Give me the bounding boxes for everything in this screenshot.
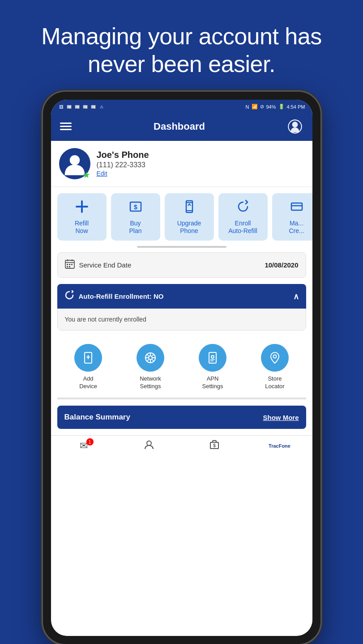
buy-plan-label: BuyPlan [129,220,141,235]
refill-icon [75,199,89,216]
enroll-auto-refill-button[interactable]: EnrollAuto-Refill [218,193,268,241]
manage-credit-button[interactable]: Ma...Cre... [272,193,312,241]
bottom-nav: ✉ 1 $ [51,435,312,455]
hamburger-line3 [60,129,72,130]
status-bar: 🖼 📰 📰 📰 📰 ⚠ N 📶 ⊘ 94% 🔋 4:54 PM [51,100,312,114]
apn-settings-label: APNSettings [202,375,223,390]
network-settings-button[interactable]: NetworkSettings [137,344,164,390]
add-device-icon [74,344,102,372]
show-more-button[interactable]: Show More [263,414,299,421]
scroll-bar [137,246,226,248]
store-locator-label: StoreLocator [265,375,284,390]
store-locator-icon [261,344,289,372]
icon-news3: 📰 [82,104,89,109]
apn-settings-icon [199,344,226,372]
auto-refill-section: Auto-Refill Enrollment: NO ∧ You are not… [57,284,306,330]
enroll-icon [236,199,250,216]
svg-text:$: $ [134,203,137,211]
icon-image: 🖼 [58,104,64,109]
upgrade-phone-button[interactable]: UpgradePhone [165,193,214,241]
icon-news1: 📰 [66,104,73,109]
svg-point-39 [147,441,151,445]
store-locator-button[interactable]: StoreLocator [261,344,289,390]
tracfone-logo: TracFone [269,443,290,449]
buy-plan-icon: $ [128,199,143,216]
sed-left: Service End Date [65,259,132,271]
nav-tracfone[interactable]: TracFone [266,443,293,449]
actions-row: RefillNow $ BuyPlan [51,187,312,245]
svg-line-30 [147,354,149,356]
service-end-date-value: 10/08/2020 [265,261,298,269]
svg-rect-19 [67,266,68,267]
buy-plan-button[interactable]: $ BuyPlan [111,193,160,241]
svg-rect-18 [71,264,73,265]
hamburger-line1 [60,123,72,124]
upgrade-phone-icon [182,199,196,216]
svg-point-2 [69,155,79,165]
svg-point-35 [211,356,214,358]
support-button[interactable] [287,119,303,135]
icon-warning: ⚠ [98,104,105,109]
svg-text:$: $ [213,443,216,448]
wifi-icon: 📶 [252,104,258,110]
balance-summary-card: Balance Summary Show More [57,406,306,429]
account-icon [144,439,154,453]
svg-point-38 [273,355,277,358]
auto-refill-label: Auto-Refill Enrollment: NO [79,292,164,300]
balance-summary-title: Balance Summary [64,413,130,422]
refill-now-button[interactable]: RefillNow [57,193,107,241]
network-settings-icon [137,344,164,372]
status-icons-left: 🖼 📰 📰 📰 📰 ⚠ [58,104,105,109]
svg-point-0 [292,122,298,127]
profile-name: Joe's Phone [97,150,149,160]
battery-level: 94% [266,104,276,110]
auto-refill-icon [64,290,74,302]
app-bar: Dashboard [51,114,312,141]
svg-rect-17 [69,264,70,265]
nfc-icon: N [246,104,249,110]
scroll-indicator [51,244,312,252]
hamburger-line2 [60,126,72,127]
apn-settings-button[interactable]: APNSettings [199,344,226,390]
phone-device: 🖼 📰 📰 📰 📰 ⚠ N 📶 ⊘ 94% 🔋 4:54 PM [43,92,320,644]
nav-account[interactable] [136,439,162,453]
add-device-button[interactable]: AddDevice [74,344,102,390]
divider [57,398,306,399]
hamburger-menu[interactable] [60,123,72,130]
upgrade-phone-label: UpgradePhone [177,220,201,235]
main-content: ★ Joe's Phone (111) 222-3333 Edit [51,141,312,636]
svg-point-25 [149,356,152,360]
profile-section: ★ Joe's Phone (111) 222-3333 Edit [51,141,312,187]
svg-rect-10 [291,203,302,210]
dnd-icon: ⊘ [260,104,264,110]
star-badge: ★ [82,170,90,179]
svg-line-32 [152,354,154,356]
svg-line-31 [152,359,154,361]
mail-badge: 1 [86,438,94,445]
calendar-icon [65,259,75,271]
time-display: 4:54 PM [287,104,305,110]
icon-news2: 📰 [74,104,81,109]
auto-refill-body: You are not currently enrolled [57,309,306,330]
nav-refill[interactable]: $ [201,439,228,453]
network-settings-label: NetworkSettings [140,375,161,390]
profile-info: Joe's Phone (111) 222-3333 Edit [97,150,149,177]
secondary-actions: AddDevice [51,337,312,398]
edit-link[interactable]: Edit [97,170,149,177]
battery-icon: 🔋 [278,104,285,110]
manage-credit-icon [290,199,304,216]
add-device-label: AddDevice [79,375,97,390]
hero-title: Managing your account has never been eas… [0,0,363,92]
profile-phone: (111) 222-3333 [97,161,149,169]
svg-rect-20 [69,266,70,267]
svg-rect-16 [67,264,68,265]
avatar-container: ★ [59,148,90,179]
enroll-auto-refill-label: EnrollAuto-Refill [228,220,257,235]
status-right: N 📶 ⊘ 94% 🔋 4:54 PM [246,104,305,110]
nav-mail[interactable]: ✉ 1 [70,440,97,452]
auto-refill-header[interactable]: Auto-Refill Enrollment: NO ∧ [57,284,306,309]
app-bar-title: Dashboard [154,121,205,132]
refill-now-label: RefillNow [75,220,89,235]
auto-refill-status: You are not currently enrolled [65,316,146,323]
svg-line-33 [147,359,149,361]
